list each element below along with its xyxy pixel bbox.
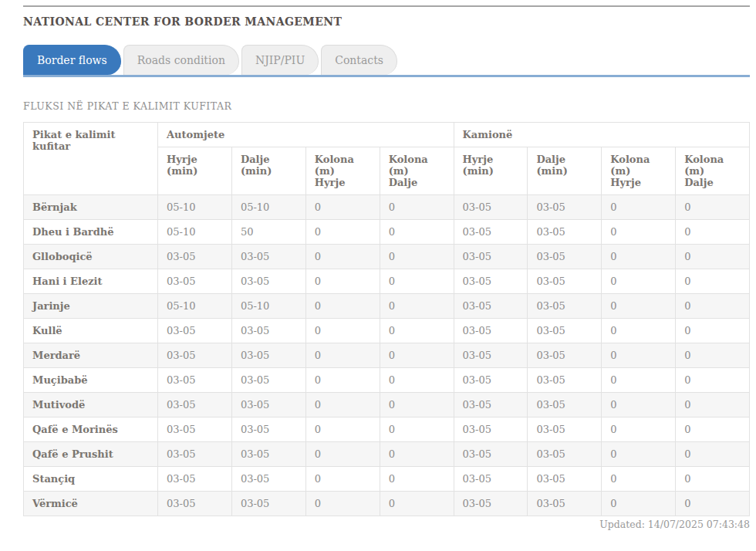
- table-row: Hani i Elezit 03-05 03-05 0 0 03-05 03-0…: [24, 269, 750, 294]
- cell-value: 03-05: [158, 269, 232, 294]
- group-header-kamione: Kamionë: [454, 123, 750, 147]
- column-header-kolona-hyrje-kamion: Kolona (m) Hyrje: [602, 147, 676, 195]
- cell-value: 03-05: [158, 417, 232, 442]
- cell-value: 0: [305, 368, 380, 393]
- cell-value: 03-05: [528, 467, 602, 492]
- cell-value: 03-05: [528, 245, 602, 269]
- cell-value: 0: [305, 417, 380, 442]
- cell-value: 03-05: [528, 442, 602, 467]
- table-body: Bërnjak 05-10 05-10 0 0 03-05 03-05 0 0 …: [24, 195, 750, 516]
- cell-value: 03-05: [528, 220, 602, 245]
- cell-value: 0: [602, 220, 676, 245]
- cell-value: 0: [602, 368, 676, 393]
- cell-value: 03-05: [454, 393, 528, 417]
- tab-roads-condition[interactable]: Roads condition: [123, 45, 239, 75]
- page: NATIONAL CENTER FOR BORDER MANAGEMENT Bo…: [0, 0, 756, 530]
- cell-value: 0: [602, 417, 676, 442]
- cell-value: 0: [380, 343, 454, 368]
- crossing-name: Dheu i Bardhë: [24, 220, 158, 245]
- cell-value: 03-05: [231, 319, 305, 343]
- crossing-name: Bërnjak: [24, 195, 158, 220]
- crossing-name: Hani i Elezit: [24, 269, 158, 294]
- column-header-hyrje-min-kamion: Hyrje (min): [454, 147, 528, 195]
- group-header-row: Pikat e kalimit kufitar Automjete Kamion…: [24, 123, 750, 147]
- crossing-name: Vërmicë: [24, 492, 158, 516]
- cell-value: 0: [602, 319, 676, 343]
- cell-value: 0: [602, 393, 676, 417]
- cell-value: 50: [231, 220, 305, 245]
- column-header-hyrje-min-auto: Hyrje (min): [158, 147, 232, 195]
- cell-value: 03-05: [231, 393, 305, 417]
- cell-value: 0: [380, 319, 454, 343]
- table-row: Kullë 03-05 03-05 0 0 03-05 03-05 0 0: [24, 319, 750, 343]
- crossing-name: Mutivodë: [24, 393, 158, 417]
- cell-value: 03-05: [158, 343, 232, 368]
- cell-value: 03-05: [454, 417, 528, 442]
- cell-value: 05-10: [231, 195, 305, 220]
- cell-value: 03-05: [158, 393, 232, 417]
- cell-value: 03-05: [231, 467, 305, 492]
- page-title: NATIONAL CENTER FOR BORDER MANAGEMENT: [23, 15, 750, 28]
- cell-value: 0: [602, 442, 676, 467]
- cell-value: 0: [305, 195, 380, 220]
- cell-value: 0: [676, 220, 750, 245]
- cell-value: 0: [676, 269, 750, 294]
- cell-value: 03-05: [528, 294, 602, 319]
- cell-value: 0: [305, 319, 380, 343]
- crossing-name: Glloboqicë: [24, 245, 158, 269]
- top-divider: [23, 5, 750, 7]
- border-flows-table: Pikat e kalimit kufitar Automjete Kamion…: [23, 122, 750, 516]
- crossing-name: Muçibabë: [24, 368, 158, 393]
- cell-value: 05-10: [158, 294, 232, 319]
- cell-value: 0: [305, 294, 380, 319]
- section-title: FLUKSI NË PIKAT E KALIMIT KUFITAR: [23, 100, 750, 112]
- cell-value: 0: [676, 245, 750, 269]
- cell-value: 03-05: [231, 442, 305, 467]
- table-row: Qafë e Prushit 03-05 03-05 0 0 03-05 03-…: [24, 442, 750, 467]
- column-header-dalje-min-auto: Dalje (min): [231, 147, 305, 195]
- cell-value: 0: [676, 195, 750, 220]
- tab-njip-piu[interactable]: NJIP/PIU: [241, 45, 319, 75]
- cell-value: 03-05: [528, 368, 602, 393]
- cell-value: 0: [305, 442, 380, 467]
- crossing-name: Merdarë: [24, 343, 158, 368]
- cell-value: 0: [676, 319, 750, 343]
- cell-value: 03-05: [454, 492, 528, 516]
- cell-value: 0: [602, 492, 676, 516]
- cell-value: 0: [380, 269, 454, 294]
- cell-value: 0: [676, 492, 750, 516]
- table-row: Jarinje 05-10 05-10 0 0 03-05 03-05 0 0: [24, 294, 750, 319]
- cell-value: 03-05: [528, 492, 602, 516]
- tab-border-flows[interactable]: Border flows: [23, 45, 121, 75]
- tab-contacts[interactable]: Contacts: [321, 45, 397, 75]
- cell-value: 0: [676, 343, 750, 368]
- cell-value: 0: [676, 442, 750, 467]
- cell-value: 0: [676, 368, 750, 393]
- updated-timestamp: Updated: 14/07/2025 07:43:48: [23, 519, 750, 530]
- cell-value: 03-05: [231, 343, 305, 368]
- table-row: Vërmicë 03-05 03-05 0 0 03-05 03-05 0 0: [24, 492, 750, 516]
- cell-value: 05-10: [231, 294, 305, 319]
- cell-value: 0: [305, 492, 380, 516]
- column-header-kolona-dalje-kamion: Kolona (m) Dalje: [676, 147, 750, 195]
- cell-value: 0: [305, 393, 380, 417]
- cell-value: 0: [380, 220, 454, 245]
- cell-value: 03-05: [231, 245, 305, 269]
- cell-value: 03-05: [158, 467, 232, 492]
- cell-value: 03-05: [158, 245, 232, 269]
- cell-value: 0: [305, 220, 380, 245]
- cell-value: 03-05: [528, 195, 602, 220]
- cell-value: 0: [676, 467, 750, 492]
- cell-value: 0: [380, 467, 454, 492]
- cell-value: 0: [380, 368, 454, 393]
- cell-value: 03-05: [528, 269, 602, 294]
- cell-value: 0: [602, 294, 676, 319]
- cell-value: 03-05: [454, 195, 528, 220]
- cell-value: 03-05: [158, 319, 232, 343]
- cell-value: 0: [380, 245, 454, 269]
- cell-value: 03-05: [231, 269, 305, 294]
- cell-value: 03-05: [231, 492, 305, 516]
- cell-value: 0: [305, 343, 380, 368]
- cell-value: 03-05: [528, 393, 602, 417]
- cell-value: 0: [380, 417, 454, 442]
